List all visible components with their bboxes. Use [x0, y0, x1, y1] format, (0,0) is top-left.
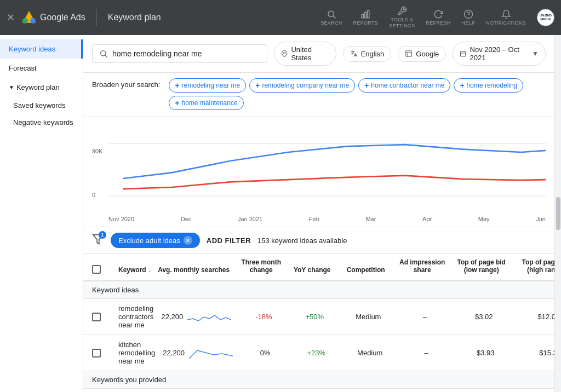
refresh-nav-button[interactable]: REFRESH	[421, 7, 455, 28]
sidebar-item-keyword-ideas[interactable]: Keyword ideas	[0, 39, 83, 59]
chart-y-label: 90K	[92, 148, 103, 154]
row1-checkbox-cell	[92, 313, 114, 321]
row2-avg-monthly: 22,200	[159, 345, 236, 361]
row2-top-bid-high: $15.37	[520, 349, 554, 357]
chart-svg	[92, 126, 546, 214]
location-filter[interactable]: United States	[274, 42, 336, 66]
sidebar-keyword-ideas-label: Keyword ideas	[9, 45, 55, 53]
row1-ad-impression-value: –	[423, 313, 427, 321]
filter-bar: 1 Exclude adult ideas ✕ ADD FILTER 153 k…	[83, 227, 554, 254]
row2-mini-chart	[189, 345, 233, 361]
scroll-thumb[interactable]	[556, 197, 560, 230]
broaden-chip-label-2: home contractor near me	[371, 82, 444, 89]
row1-top-bid-high-value: $12.09	[537, 313, 554, 321]
row2-keyword: kitchen remodelling near me	[118, 341, 155, 365]
row2-top-bid-high-value: $15.37	[539, 349, 554, 357]
tools-settings-nav-button[interactable]: TOOLS &SETTINGS	[385, 4, 419, 31]
source-filter[interactable]: Google	[398, 46, 446, 62]
plus-icon-2: +	[364, 81, 369, 90]
location-label: United States	[291, 45, 329, 62]
reports-nav-button[interactable]: REPORTS	[349, 7, 382, 28]
row2-ad-impression-value: –	[425, 349, 428, 357]
search-box[interactable]	[92, 44, 267, 63]
exclude-adult-ideas-button[interactable]: Exclude adult ideas ✕	[111, 233, 200, 248]
row2-yoy: +23%	[294, 349, 338, 357]
chart-x-7: Jun	[536, 216, 546, 222]
row1-competition: Medium	[341, 313, 396, 321]
row1-avg-monthly: 22,200	[158, 309, 234, 325]
section-keyword-ideas-label: Keyword ideas	[92, 286, 139, 294]
main-layout: Keyword ideas Forecast ▼ Keyword plan Sa…	[0, 35, 561, 392]
th-three-month: Three month change	[237, 258, 286, 276]
chart-x-1: Dec	[181, 216, 192, 222]
language-filter[interactable]: English	[343, 46, 392, 62]
exclude-close-icon: ✕	[184, 236, 192, 245]
sidebar-item-negative-keywords[interactable]: Negative keywords	[0, 114, 83, 131]
broaden-chip-0[interactable]: + remodeling near me	[169, 78, 246, 93]
svg-line-4	[333, 16, 335, 18]
chart-x-2: Jan 2021	[238, 216, 262, 222]
filter-funnel[interactable]: 1	[92, 233, 104, 247]
row1-checkbox[interactable]	[92, 313, 101, 321]
th-yoy: YoY change	[290, 266, 334, 276]
th-yoy-label: YoY change	[294, 266, 331, 274]
header-checkbox[interactable]	[92, 265, 101, 274]
search-icon	[99, 49, 108, 58]
notifications-nav-label: NOTIFICATIONS	[486, 20, 526, 26]
add-filter-button[interactable]: ADD FILTER	[207, 237, 251, 245]
table-row: home remodeling near me 12,100 0% +49% M…	[83, 389, 554, 392]
svg-rect-6	[365, 12, 367, 18]
th-keyword: Keyword ↓	[118, 266, 151, 276]
top-navigation: ✕ Google Ads Keyword plan SEARCH REPORTS…	[0, 0, 561, 35]
row1-top-bid-low-value: $3.02	[475, 313, 493, 321]
th-avg-monthly: Avg. monthly searches	[156, 266, 232, 276]
google-ads-label: Google Ads	[40, 13, 85, 22]
broaden-chip-1[interactable]: + remodeling company near me	[249, 78, 355, 93]
svg-point-2	[22, 18, 28, 24]
row1-yoy: +50%	[293, 313, 336, 321]
svg-rect-7	[368, 10, 369, 18]
search-nav-button[interactable]: SEARCH	[316, 7, 346, 28]
row2-competition: Medium	[342, 349, 397, 357]
table-header: Keyword ↓ Avg. monthly searches Three mo…	[83, 254, 554, 281]
svg-rect-5	[362, 14, 364, 18]
notifications-nav-button[interactable]: NOTIFICATIONS	[482, 7, 530, 28]
search-row: United States English Google Nov 2020 – …	[92, 42, 546, 66]
row1-competition-value: Medium	[356, 313, 381, 321]
source-label: Google	[416, 50, 439, 58]
broaden-chip-2[interactable]: + home contractor near me	[358, 78, 450, 93]
row2-avg-monthly-value: 22,200	[163, 349, 185, 357]
nav-divider	[96, 9, 97, 26]
avatar[interactable]: UNJIND MEDIA	[537, 9, 554, 26]
language-label: English	[361, 50, 385, 58]
broaden-chips: + remodeling near me + remodeling compan…	[169, 78, 546, 110]
row2-top-bid-low: $3.93	[455, 349, 516, 357]
avatar-text: UNJIND MEDIA	[537, 14, 554, 21]
plus-icon-0: +	[175, 81, 179, 90]
sidebar-item-saved-keywords[interactable]: Saved keywords	[0, 97, 83, 114]
svg-point-3	[328, 11, 334, 17]
google-ads-logo-icon	[21, 10, 37, 25]
search-input[interactable]	[112, 49, 244, 58]
sidebar-item-keyword-plan[interactable]: ▼ Keyword plan	[0, 78, 83, 97]
date-dropdown-arrow: ▼	[532, 50, 539, 57]
sidebar-saved-keywords-label: Saved keywords	[13, 101, 65, 109]
th-ad-impression-label: Ad impression share	[399, 258, 445, 274]
scrollbar[interactable]	[554, 35, 561, 392]
date-range-filter[interactable]: Nov 2020 – Oct 2021 ▼	[453, 42, 546, 66]
th-avg-monthly-label: Avg. monthly searches	[158, 266, 230, 274]
row1-avg-monthly-value: 22,200	[161, 313, 183, 321]
plus-icon-1: +	[255, 81, 260, 90]
help-nav-button[interactable]: HELP	[457, 7, 480, 28]
tools-nav-label: TOOLS &SETTINGS	[389, 17, 415, 29]
row2-checkbox[interactable]	[92, 349, 101, 358]
help-nav-label: HELP	[462, 20, 476, 26]
broaden-chip-3[interactable]: + home remodeling	[454, 78, 523, 93]
broaden-chip-label-4: home maintenance	[181, 99, 237, 107]
sidebar-forecast-label: Forecast	[9, 64, 37, 72]
sidebar-item-forecast[interactable]: Forecast	[0, 59, 83, 78]
broaden-chip-4[interactable]: + home maintenance	[169, 96, 243, 110]
close-button[interactable]: ✕	[7, 11, 15, 24]
broaden-chip-label-3: home remodeling	[467, 82, 518, 89]
nav-section-title: Keyword plan	[108, 13, 161, 22]
